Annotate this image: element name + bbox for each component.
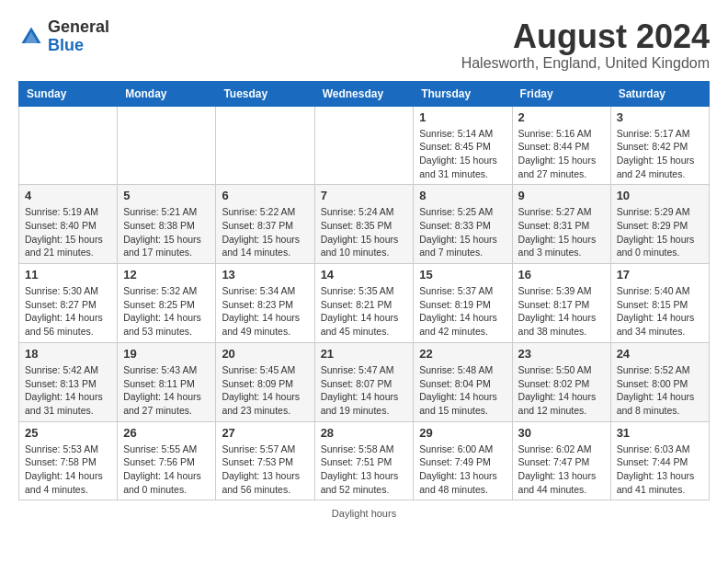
calendar-cell: 15Sunrise: 5:37 AMSunset: 8:19 PMDayligh… (414, 264, 512, 343)
location: Halesworth, England, United Kingdom (461, 55, 710, 72)
calendar-cell: 2Sunrise: 5:16 AMSunset: 8:44 PMDaylight… (512, 106, 610, 185)
calendar-day-header: Tuesday (216, 81, 314, 106)
day-number: 11 (25, 268, 111, 282)
day-number: 22 (419, 347, 506, 361)
day-info: Sunrise: 5:16 AMSunset: 8:44 PMDaylight:… (518, 127, 605, 181)
day-number: 1 (419, 110, 506, 124)
day-info: Sunrise: 6:00 AMSunset: 7:49 PMDaylight:… (419, 442, 506, 497)
calendar-day-header: Sunday (19, 81, 118, 106)
day-number: 24 (617, 347, 703, 361)
calendar-cell: 6Sunrise: 5:22 AMSunset: 8:37 PMDaylight… (216, 185, 314, 264)
day-info: Sunrise: 5:40 AMSunset: 8:15 PMDaylight:… (617, 284, 703, 339)
footer-text: Daylight hours (332, 508, 396, 519)
calendar-week-row: 25Sunrise: 5:53 AMSunset: 7:58 PMDayligh… (19, 421, 710, 500)
day-info: Sunrise: 5:50 AMSunset: 8:02 PMDaylight:… (518, 363, 605, 418)
calendar-cell: 3Sunrise: 5:17 AMSunset: 8:42 PMDaylight… (610, 106, 709, 185)
calendar-day-header: Friday (512, 81, 610, 106)
calendar-cell: 30Sunrise: 6:02 AMSunset: 7:47 PMDayligh… (512, 421, 610, 500)
calendar-day-header: Wednesday (314, 81, 414, 106)
day-number: 25 (25, 426, 111, 440)
calendar-week-row: 18Sunrise: 5:42 AMSunset: 8:13 PMDayligh… (19, 342, 710, 421)
calendar-cell: 11Sunrise: 5:30 AMSunset: 8:27 PMDayligh… (19, 264, 118, 343)
day-number: 3 (617, 110, 703, 124)
day-info: Sunrise: 5:32 AMSunset: 8:25 PMDaylight:… (123, 284, 210, 339)
day-info: Sunrise: 5:25 AMSunset: 8:33 PMDaylight:… (419, 205, 506, 259)
calendar-cell: 31Sunrise: 6:03 AMSunset: 7:44 PMDayligh… (610, 421, 709, 500)
day-number: 5 (123, 189, 210, 202)
day-number: 16 (518, 268, 605, 282)
day-number: 21 (321, 347, 408, 361)
day-info: Sunrise: 5:34 AMSunset: 8:23 PMDaylight:… (222, 284, 308, 339)
day-info: Sunrise: 5:52 AMSunset: 8:00 PMDaylight:… (617, 363, 703, 418)
day-number: 28 (321, 426, 408, 440)
day-info: Sunrise: 5:19 AMSunset: 8:40 PMDaylight:… (25, 205, 111, 259)
day-info: Sunrise: 5:45 AMSunset: 8:09 PMDaylight:… (222, 363, 308, 418)
calendar-cell: 14Sunrise: 5:35 AMSunset: 8:21 PMDayligh… (314, 264, 414, 343)
calendar-cell: 7Sunrise: 5:24 AMSunset: 8:35 PMDaylight… (314, 185, 414, 264)
calendar-cell: 9Sunrise: 5:27 AMSunset: 8:31 PMDaylight… (512, 185, 610, 264)
title-section: August 2024 Halesworth, England, United … (461, 18, 710, 72)
day-number: 12 (123, 268, 210, 282)
day-info: Sunrise: 5:48 AMSunset: 8:04 PMDaylight:… (419, 363, 506, 418)
calendar-cell: 18Sunrise: 5:42 AMSunset: 8:13 PMDayligh… (19, 342, 118, 421)
calendar-cell: 16Sunrise: 5:39 AMSunset: 8:17 PMDayligh… (512, 264, 610, 343)
day-info: Sunrise: 5:14 AMSunset: 8:45 PMDaylight:… (419, 127, 506, 181)
day-number: 17 (617, 268, 703, 282)
calendar-cell: 28Sunrise: 5:58 AMSunset: 7:51 PMDayligh… (314, 421, 414, 500)
logo-blue: Blue (48, 36, 84, 54)
calendar-cell: 26Sunrise: 5:55 AMSunset: 7:56 PMDayligh… (118, 421, 216, 500)
calendar-cell: 17Sunrise: 5:40 AMSunset: 8:15 PMDayligh… (610, 264, 709, 343)
day-number: 20 (222, 347, 308, 361)
calendar-week-row: 1Sunrise: 5:14 AMSunset: 8:45 PMDaylight… (19, 106, 710, 185)
day-number: 31 (617, 426, 703, 440)
day-info: Sunrise: 5:21 AMSunset: 8:38 PMDaylight:… (123, 205, 210, 259)
calendar-cell: 4Sunrise: 5:19 AMSunset: 8:40 PMDaylight… (19, 185, 118, 264)
day-number: 30 (518, 426, 605, 440)
calendar-table: SundayMondayTuesdayWednesdayThursdayFrid… (18, 81, 710, 501)
day-number: 13 (222, 268, 308, 282)
calendar-cell: 10Sunrise: 5:29 AMSunset: 8:29 PMDayligh… (610, 185, 709, 264)
day-number: 2 (518, 110, 605, 124)
month-year: August 2024 (461, 18, 710, 55)
calendar-cell: 1Sunrise: 5:14 AMSunset: 8:45 PMDaylight… (414, 106, 512, 185)
day-number: 10 (617, 189, 703, 202)
calendar-cell: 23Sunrise: 5:50 AMSunset: 8:02 PMDayligh… (512, 342, 610, 421)
day-info: Sunrise: 5:53 AMSunset: 7:58 PMDaylight:… (25, 442, 111, 497)
calendar-day-header: Saturday (610, 81, 709, 106)
day-info: Sunrise: 5:57 AMSunset: 7:53 PMDaylight:… (222, 442, 308, 497)
day-info: Sunrise: 5:30 AMSunset: 8:27 PMDaylight:… (25, 284, 111, 339)
day-info: Sunrise: 5:22 AMSunset: 8:37 PMDaylight:… (222, 205, 308, 259)
logo: General Blue (18, 18, 109, 55)
day-number: 7 (321, 189, 408, 202)
calendar-cell: 20Sunrise: 5:45 AMSunset: 8:09 PMDayligh… (216, 342, 314, 421)
day-info: Sunrise: 5:43 AMSunset: 8:11 PMDaylight:… (123, 363, 210, 418)
calendar-week-row: 11Sunrise: 5:30 AMSunset: 8:27 PMDayligh… (19, 264, 710, 343)
day-info: Sunrise: 5:27 AMSunset: 8:31 PMDaylight:… (518, 205, 605, 259)
calendar-cell: 5Sunrise: 5:21 AMSunset: 8:38 PMDaylight… (118, 185, 216, 264)
calendar-cell: 22Sunrise: 5:48 AMSunset: 8:04 PMDayligh… (414, 342, 512, 421)
calendar-cell (118, 106, 216, 185)
day-number: 26 (123, 426, 210, 440)
day-info: Sunrise: 5:39 AMSunset: 8:17 PMDaylight:… (518, 284, 605, 339)
day-number: 18 (25, 347, 111, 361)
calendar-cell: 27Sunrise: 5:57 AMSunset: 7:53 PMDayligh… (216, 421, 314, 500)
calendar-cell: 25Sunrise: 5:53 AMSunset: 7:58 PMDayligh… (19, 421, 118, 500)
day-info: Sunrise: 5:37 AMSunset: 8:19 PMDaylight:… (419, 284, 506, 339)
day-info: Sunrise: 6:03 AMSunset: 7:44 PMDaylight:… (617, 442, 703, 497)
day-info: Sunrise: 5:58 AMSunset: 7:51 PMDaylight:… (321, 442, 408, 497)
day-number: 19 (123, 347, 210, 361)
calendar-cell: 13Sunrise: 5:34 AMSunset: 8:23 PMDayligh… (216, 264, 314, 343)
day-number: 15 (419, 268, 506, 282)
calendar-cell (314, 106, 414, 185)
calendar-cell: 21Sunrise: 5:47 AMSunset: 8:07 PMDayligh… (314, 342, 414, 421)
day-number: 9 (518, 189, 605, 202)
day-number: 14 (321, 268, 408, 282)
calendar-cell: 19Sunrise: 5:43 AMSunset: 8:11 PMDayligh… (118, 342, 216, 421)
day-info: Sunrise: 6:02 AMSunset: 7:47 PMDaylight:… (518, 442, 605, 497)
day-number: 27 (222, 426, 308, 440)
day-number: 4 (25, 189, 111, 202)
logo-general: General (48, 17, 109, 36)
day-info: Sunrise: 5:42 AMSunset: 8:13 PMDaylight:… (25, 363, 111, 418)
day-info: Sunrise: 5:35 AMSunset: 8:21 PMDaylight:… (321, 284, 408, 339)
calendar-header-row: SundayMondayTuesdayWednesdayThursdayFrid… (19, 81, 710, 106)
